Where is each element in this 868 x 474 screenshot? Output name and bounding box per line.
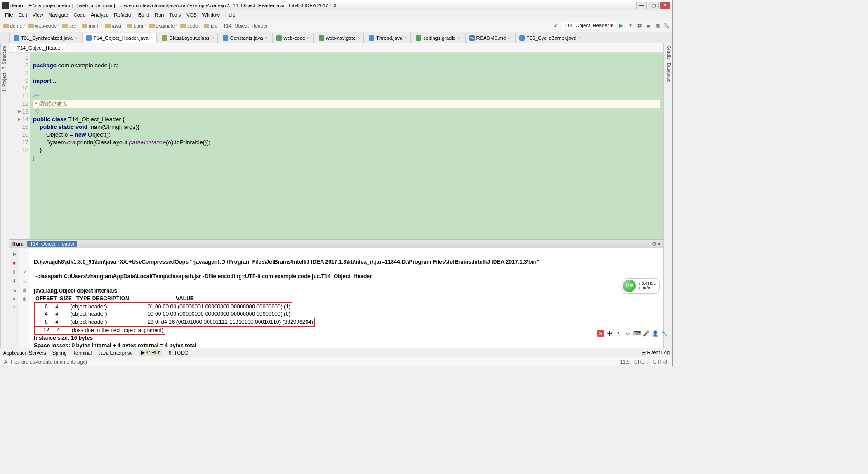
close-tab-icon[interactable]: × [211,35,214,40]
tab-T14_Object_Header.java[interactable]: T14_Object_Header.java× [82,33,157,43]
tab-Thread.java[interactable]: Thread.java× [365,33,411,43]
encoding[interactable]: UTF-8: [653,359,669,365]
event-log-button[interactable]: ⊟ Event Log [642,350,670,356]
menu-build[interactable]: Build [136,11,152,19]
line-sep[interactable]: CRLF: [634,359,649,365]
ime-user-icon[interactable]: 👤 [651,330,659,337]
exit-icon[interactable]: ↘ [11,286,18,294]
menu-edit[interactable]: Edit [16,11,30,19]
clear-icon[interactable]: 🗑 [21,295,28,303]
tool-application-servers[interactable]: Application Servers [3,350,46,356]
collapse-icon[interactable]: ⇵ [553,23,559,29]
run-settings-icon[interactable]: ⚙ ▾ [652,241,660,247]
menu-vcs[interactable]: VCS [184,11,199,19]
tab-T05_CyclicBarrier.java[interactable]: T05_CyclicBarrier.java× [515,33,585,43]
sogou-icon[interactable]: S [597,330,604,337]
run-button[interactable]: ▶ [618,23,624,29]
crumb-com[interactable]: com [127,23,143,28]
menu-refactor[interactable]: Refactor [111,11,136,19]
ime-punct-icon[interactable]: •, [615,330,623,337]
menu-analyze[interactable]: Analyze [88,11,111,19]
ime-cn-icon[interactable]: 中 [606,330,613,337]
tool-java-enterprise[interactable]: Java Enterprise [98,350,132,356]
close-tab-icon[interactable]: × [75,35,77,40]
close-tab-icon[interactable]: × [307,35,310,40]
close-tab-icon[interactable]: × [357,35,360,40]
tool-gradle[interactable]: Gradle [665,46,671,59]
close-tab-icon[interactable]: × [508,35,510,40]
close-run-icon[interactable]: ✕ [11,295,18,303]
scroll-icon[interactable]: ⇊ [21,277,28,284]
stop-icon[interactable]: ■ [11,259,18,266]
tab-Constants.java[interactable]: Constants.java× [219,33,272,43]
up-icon[interactable]: ↑ [21,250,28,257]
menu-tools[interactable]: Tools [166,11,184,19]
menu-navigate[interactable]: Navigate [46,11,71,19]
menu-window[interactable]: Window [199,11,222,19]
stop-button[interactable]: ■ [645,23,651,29]
network-meter[interactable]: 71% ↑ 0.03K/s ↓ 0K/s [622,278,660,294]
menu-view[interactable]: View [30,11,46,19]
crumb-T14_Object_Header[interactable]: T14_Object_Header [223,23,268,28]
menu-run[interactable]: Run [152,11,166,19]
down-icon[interactable]: ↓ [21,259,28,266]
coverage-button[interactable]: ⇄ [636,23,642,29]
crumb-web-code[interactable]: web-code [28,23,57,28]
crumb-example[interactable]: example [149,23,175,28]
crumb-main[interactable]: main [82,23,99,28]
tool-6--todo[interactable]: 6: TODO [169,350,189,356]
ime-mic-icon[interactable]: 🎤 [642,330,650,337]
tool-database[interactable]: Database [665,63,671,82]
tool-terminal[interactable]: Terminal [73,350,92,356]
tab-T01_Synchronized.java[interactable]: T01_Synchronized.java× [9,33,81,43]
crumb-java[interactable]: java [105,23,121,28]
tab-README.md[interactable]: MDREADME.md× [465,33,514,43]
crumb-code[interactable]: code [180,23,198,28]
maximize-button[interactable]: ▢ [648,2,659,9]
layout-icon[interactable]: ▦ [654,23,660,29]
code-editor[interactable]: 1239101112▶13▶1415161718 package com.exa… [9,53,663,239]
tool-structure[interactable]: 7: Structure [2,46,9,69]
help-icon[interactable]: ? [11,304,18,312]
crumb-demo[interactable]: demo [3,23,23,28]
rerun-icon[interactable]: ▶ [11,250,18,257]
crumb-src[interactable]: src [62,23,76,28]
pause-icon[interactable]: ⏸ [11,268,18,275]
tab-settings.gradle[interactable]: settings.gradle× [412,33,464,43]
crumb-juc[interactable]: juc [204,23,217,28]
tab-ClassLayout.class[interactable]: ClassLayout.class× [158,33,218,43]
gutter[interactable]: 1239101112▶13▶1415161718 [9,53,30,239]
close-button[interactable]: ✕ [660,2,670,9]
close-tab-icon[interactable]: × [151,35,153,40]
close-tab-icon[interactable]: × [265,35,268,40]
run-config-dropdown[interactable]: T14_Object_Header ▾ [562,22,615,29]
ime-keyboard-icon[interactable]: ⌨ [633,330,641,337]
menu-help[interactable]: Help [222,11,238,19]
close-tab-icon[interactable]: × [404,35,407,40]
tool-spring[interactable]: Spring [52,350,67,356]
run-gutter-icon[interactable]: ▶ [18,115,21,123]
tab-web-navigate[interactable]: web-navigate× [315,33,364,43]
print-icon[interactable]: 🖶 [21,286,28,294]
close-tab-icon[interactable]: × [578,35,581,40]
run-gutter-icon[interactable]: ▶ [18,108,21,115]
tool-4--run[interactable]: ▶ 4: Run [139,349,162,356]
debug-button[interactable]: ✶ [627,23,633,29]
wrap-icon[interactable]: ⤶ [21,268,28,275]
close-tab-icon[interactable]: × [458,35,460,40]
class-crumb[interactable]: T14_Object_Header [14,44,65,52]
ime-tool-icon[interactable]: 🔧 [660,330,668,337]
minimize-button[interactable]: — [636,2,647,9]
run-config-chip[interactable]: T14_Object_Header [27,241,77,247]
dump-icon[interactable]: ⬇ [11,277,18,284]
ime-emoji-icon[interactable]: ☺ [624,330,632,337]
menu-code[interactable]: Code [71,11,88,19]
code-area[interactable]: package com.example.code.juc; import ...… [30,53,663,239]
console-output[interactable]: D:\java\jdk8\jdk1.8.0_91\bin\java -XX:+U… [29,248,663,348]
menu-file[interactable]: File [2,11,16,19]
menubar[interactable]: FileEditViewNavigateCodeAnalyzeRefactorB… [0,10,672,19]
tool-project[interactable]: 1: Project [2,73,9,92]
caret-pos[interactable]: 11:9 [620,359,630,365]
search-everywhere-icon[interactable]: 🔍 [663,23,670,29]
tab-web-code[interactable]: web-code× [272,33,314,43]
